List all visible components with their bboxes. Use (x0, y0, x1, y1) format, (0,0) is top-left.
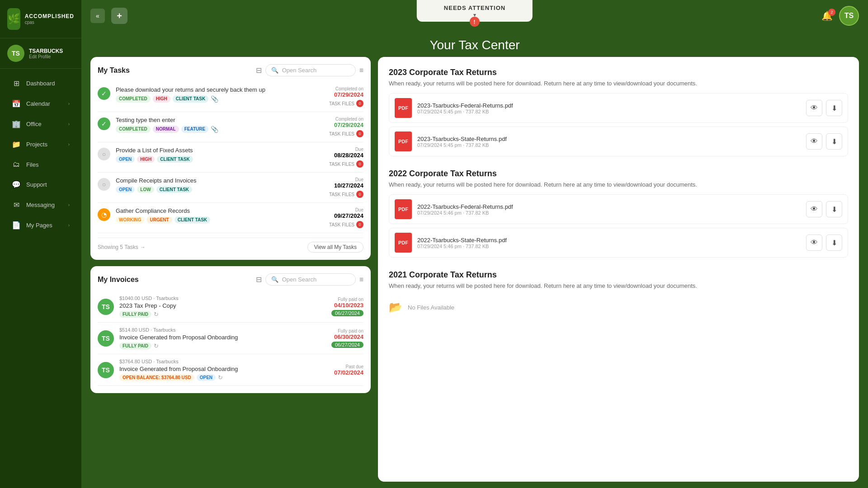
tax-section-desc: When ready, your returns will be posted … (389, 282, 848, 289)
task-body: Compile Receipts and Invoices OPEN LOW C… (116, 177, 299, 193)
sidebar-logo: 🌿 ACCOMPLISHED cpas (0, 0, 81, 38)
office-icon: 🏢 (12, 120, 21, 128)
sidebar-item-mypages[interactable]: 📄 My Pages › (4, 216, 78, 235)
pdf-name: 2022-Tsarbucks-State-Returns.pdf (417, 237, 801, 244)
invoice-date2: 06/27/2024 (331, 342, 363, 348)
logo-line2: cpas (25, 20, 74, 25)
task-files-badge: 0 (356, 191, 363, 198)
refresh-icon[interactable]: ↻ (154, 311, 159, 318)
invoice-avatar: TS (98, 362, 114, 378)
task-body: Testing type then enter COMPLETED NORMAL… (116, 117, 299, 133)
notification-bell[interactable]: 🔔 2 (821, 10, 833, 21)
task-date: 07/29/2024 (305, 122, 363, 128)
sidebar-item-support[interactable]: 💬 Support (4, 175, 78, 194)
task-date: 09/27/2024 (305, 212, 363, 219)
task-row[interactable]: ○ Provide a List of Fixed Assets OPEN HI… (98, 142, 363, 173)
download-pdf-button[interactable]: ⬇ (826, 100, 842, 116)
options-icon[interactable]: ≡ (359, 66, 363, 75)
task-files-badge: 0 (356, 100, 363, 107)
tag-client-task: CLIENT TASK (156, 186, 192, 193)
sidebar-label-mypages: My Pages (26, 222, 52, 229)
sidebar-item-dashboard[interactable]: ⊞ Dashboard (4, 74, 78, 93)
options-icon[interactable]: ≡ (359, 276, 363, 284)
tag-normal: NORMAL (153, 126, 179, 133)
pdf-meta: 07/29/2024 5:46 pm · 737.82 KB (417, 244, 801, 249)
invoice-avatar: TS (98, 299, 114, 315)
task-row[interactable]: ✓ Please download your returns and secur… (98, 82, 363, 112)
task-files: TASK FILES 0 (305, 130, 363, 137)
task-date-label: Due (305, 177, 363, 182)
pdf-actions: 👁 ⬇ (806, 100, 842, 116)
tasks-search-bar[interactable]: 🔍 Open Search (265, 64, 356, 76)
sidebar-label-files: Files (26, 161, 38, 168)
task-files-label: TASK FILES (329, 192, 354, 197)
view-all-tasks-button[interactable]: View all My Tasks (307, 242, 363, 253)
pdf-icon-label: PDF (398, 240, 408, 245)
logo-line1: ACCOMPLISHED (25, 13, 74, 20)
sidebar-item-messaging[interactable]: ✉ Messaging › (4, 195, 78, 215)
refresh-icon[interactable]: ↻ (218, 374, 223, 381)
task-files: TASK FILES 0 (305, 100, 363, 107)
tasks-search-placeholder: Open Search (282, 67, 317, 74)
tax-section-desc: When ready, your returns will be posted … (389, 80, 848, 87)
invoice-amount-name: $514.80 USD · Tsarbucks (119, 327, 299, 333)
add-button[interactable]: + (111, 8, 127, 24)
logo-icon: 🌿 (7, 8, 20, 30)
task-date: 08/28/2024 (305, 152, 363, 159)
task-name: Testing type then enter (116, 117, 299, 123)
view-pdf-button[interactable]: 👁 (806, 201, 822, 217)
sidebar-item-projects[interactable]: 📁 Projects › (4, 135, 78, 154)
task-files: TASK FILES 0 (305, 160, 363, 168)
invoice-meta: Fully paid on 06/30/2024 06/27/2024 (305, 328, 363, 348)
filter-icon[interactable]: ⊟ (256, 66, 262, 75)
edit-profile-link[interactable]: Edit Profile (29, 54, 63, 59)
task-row[interactable]: ✓ Testing type then enter COMPLETED NORM… (98, 112, 363, 142)
download-pdf-button[interactable]: ⬇ (826, 201, 842, 217)
filter-icon[interactable]: ⊟ (256, 275, 262, 284)
sidebar-label-messaging: Messaging (26, 202, 55, 208)
sidebar: 🌿 ACCOMPLISHED cpas TS TSARBUCKS Edit Pr… (0, 0, 81, 488)
invoice-date1: 07/02/2024 (305, 369, 363, 376)
chevron-right-icon: › (68, 223, 70, 228)
tax-section-desc: When ready, your returns will be posted … (389, 181, 848, 188)
view-pdf-button[interactable]: 👁 (806, 100, 822, 116)
invoices-search-bar[interactable]: 🔍 Open Search (265, 273, 356, 286)
invoice-row[interactable]: TS $3764.80 USD · Tsarbucks Invoice Gene… (98, 354, 363, 386)
invoice-row[interactable]: TS $514.80 USD · Tsarbucks Invoice Gener… (98, 323, 363, 354)
topbar-user-avatar[interactable]: TS (839, 6, 859, 26)
invoice-body: $514.80 USD · Tsarbucks Invoice Generate… (119, 327, 299, 349)
task-files: TASK FILES 0 (305, 191, 363, 198)
download-pdf-button[interactable]: ⬇ (826, 133, 842, 150)
invoice-date2: 06/27/2024 (331, 310, 363, 316)
invoice-row[interactable]: TS $1040.00 USD · Tsarbucks 2023 Tax Pre… (98, 291, 363, 323)
view-pdf-button[interactable]: 👁 (806, 133, 822, 150)
invoice-body: $1040.00 USD · Tsarbucks 2023 Tax Prep -… (119, 296, 299, 318)
pdf-icon-label: PDF (398, 139, 408, 144)
pdf-actions: 👁 ⬇ (806, 133, 842, 150)
task-name: Provide a List of Fixed Assets (116, 147, 299, 154)
tax-section-title: 2021 Corporate Tax Returns (389, 270, 848, 280)
tasks-title: My Tasks (98, 66, 130, 75)
user-profile[interactable]: TS TSARBUCKS Edit Profile (0, 38, 81, 69)
download-pdf-button[interactable]: ⬇ (826, 235, 842, 251)
task-body: Gather Compliance Records WORKING URGENT… (116, 207, 299, 223)
sidebar-item-files[interactable]: 🗂 Files (4, 155, 78, 174)
collapse-sidebar-button[interactable]: « (90, 9, 105, 23)
tag-open: OPEN (116, 156, 135, 163)
tag-high: HIGH (137, 156, 155, 163)
needs-attention-banner[interactable]: NEEDS ATTENTION ▾ ! (417, 0, 533, 22)
pdf-name: 2022-Tsarbucks-Federal-Returns.pdf (417, 203, 801, 210)
view-pdf-button[interactable]: 👁 (806, 235, 822, 251)
invoice-date-label: Past due (305, 364, 363, 369)
task-tags: OPEN HIGH CLIENT TASK (116, 156, 299, 163)
calendar-icon: 📅 (12, 99, 21, 108)
sidebar-item-office[interactable]: 🏢 Office › (4, 114, 78, 134)
task-files: TASK FILES 0 (305, 221, 363, 228)
task-row[interactable]: ○ Compile Receipts and Invoices OPEN LOW… (98, 173, 363, 203)
sidebar-item-calendar[interactable]: 📅 Calendar › (4, 94, 78, 113)
tax-section-2023: 2023 Corporate Tax Returns When ready, y… (389, 68, 848, 156)
dashboard-icon: ⊞ (12, 79, 21, 88)
refresh-icon[interactable]: ↻ (154, 343, 159, 349)
pdf-icon-label: PDF (398, 105, 408, 111)
task-row[interactable]: ◔ Gather Compliance Records WORKING URGE… (98, 203, 363, 233)
